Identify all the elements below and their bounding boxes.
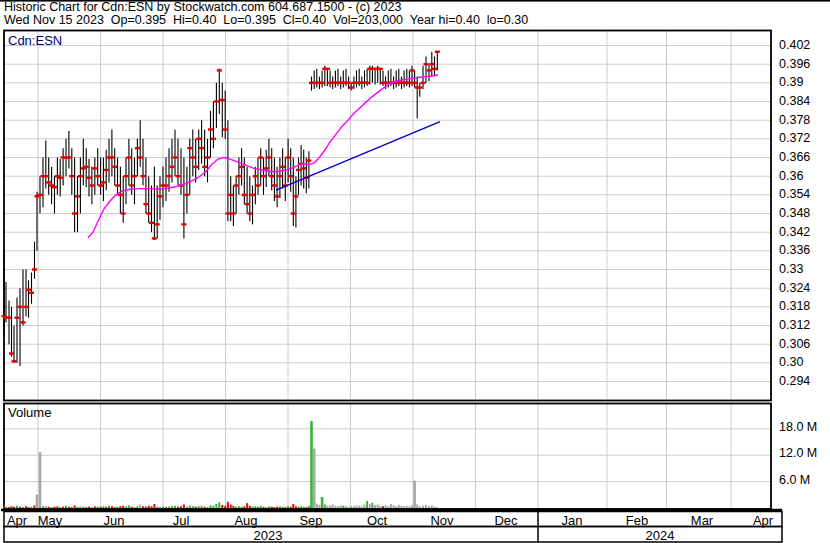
- year-label-2023: 2023: [254, 528, 283, 543]
- price-axis-label: 0.33: [779, 262, 803, 276]
- month-label-apr: Apr: [753, 513, 773, 528]
- price-axis-label: 0.402: [779, 38, 810, 52]
- price-axis-label: 0.384: [779, 94, 810, 108]
- price-axis-label: 0.372: [779, 131, 810, 145]
- price-axis-label: 0.396: [779, 57, 810, 71]
- month-label-jan: Jan: [562, 513, 583, 528]
- price-axis-label: 0.378: [779, 113, 810, 127]
- stock-chart-window: { "header": { "line1": "Historic Chart f…: [0, 0, 830, 543]
- price-axis-label: 0.312: [779, 318, 810, 332]
- price-axis-label: 0.36: [779, 169, 803, 183]
- month-label-sep: Sep: [299, 513, 322, 528]
- volume-axis-label: 6.0 M: [779, 473, 810, 487]
- price-axis-label: 0.366: [779, 150, 810, 164]
- price-axis-label: 0.342: [779, 225, 810, 239]
- month-label-jun: Jun: [104, 513, 125, 528]
- month-label-apr: Apr: [7, 513, 27, 528]
- volume-axis-label: 18.0 M: [779, 420, 817, 434]
- volume-axis-label: 12.0 M: [779, 446, 817, 460]
- month-label-aug: Aug: [234, 513, 257, 528]
- price-axis-label: 0.294: [779, 374, 810, 388]
- month-label-may: May: [38, 513, 63, 528]
- chart-canvas: [0, 0, 830, 543]
- price-axis-label: 0.354: [779, 187, 810, 201]
- price-axis-label: 0.348: [779, 206, 810, 220]
- price-axis-label: 0.30: [779, 355, 803, 369]
- volume-panel-label: Volume: [8, 405, 51, 420]
- price-panel-symbol-label: Cdn:ESN: [8, 33, 62, 48]
- year-label-2024: 2024: [646, 528, 675, 543]
- price-axis-label: 0.39: [779, 75, 803, 89]
- month-label-feb: Feb: [626, 513, 648, 528]
- month-label-oct: Oct: [367, 513, 387, 528]
- month-label-jul: Jul: [173, 513, 190, 528]
- month-label-dec: Dec: [494, 513, 517, 528]
- month-label-nov: Nov: [430, 513, 453, 528]
- month-label-mar: Mar: [691, 513, 713, 528]
- price-axis-label: 0.324: [779, 281, 810, 295]
- price-axis-label: 0.336: [779, 243, 810, 257]
- price-axis-label: 0.318: [779, 299, 810, 313]
- price-axis-label: 0.306: [779, 337, 810, 351]
